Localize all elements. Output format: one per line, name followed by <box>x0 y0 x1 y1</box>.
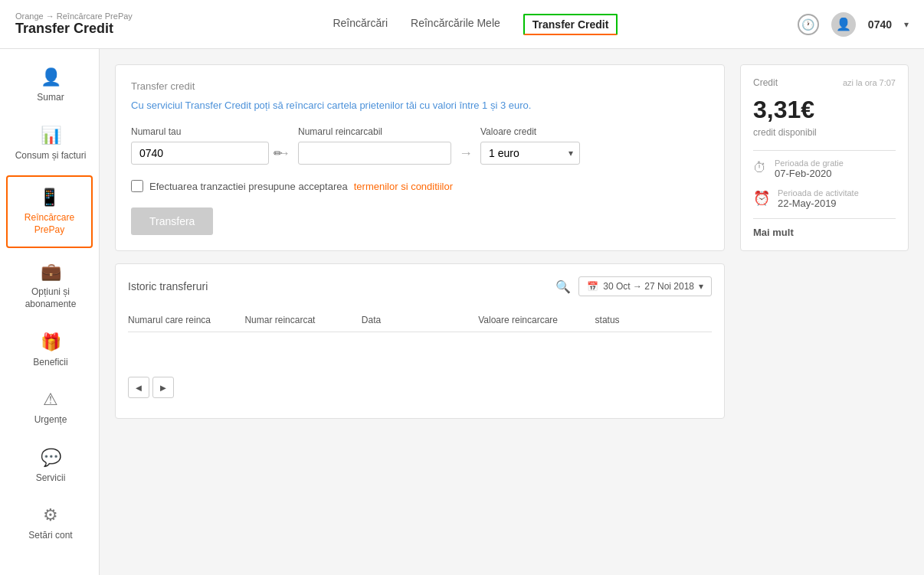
mai-mult-link[interactable]: Mai mult <box>753 227 896 238</box>
date-range-button[interactable]: 📅 30 Oct → 27 Noi 2018 ▾ <box>578 276 712 296</box>
credit-sub: credit disponibil <box>753 127 896 138</box>
arrow-connector-1: → <box>277 145 290 162</box>
col-numarul-reinca: Numarul care reinca <box>128 315 244 325</box>
user-menu-chevron[interactable]: ▾ <box>904 19 909 30</box>
numarul-tau-input-wrapper: ✏ <box>131 142 269 165</box>
numarul-tau-group: Numarul tau ✏ <box>131 126 269 165</box>
historic-card: Istoric transferuri 🔍 📅 30 Oct → 27 Noi … <box>115 263 725 419</box>
credit-time: azi la ora 7:07 <box>843 78 896 87</box>
page-title: Transfer Credit <box>15 21 153 37</box>
sidebar-label-optiuni: Opțiuni și abonamente <box>8 286 93 310</box>
arrow-connector-2: → <box>459 145 473 162</box>
transfer-info-text: Cu serviciul Transfer Credit poți să reî… <box>131 100 709 111</box>
activitate-value: 22-May-2019 <box>778 198 859 209</box>
valoare-credit-label: Valoare credit <box>480 126 580 137</box>
nav-transfer-credit[interactable]: Transfer Credit <box>523 14 618 35</box>
header-left: Orange → Reîncărcare PrePay Transfer Cre… <box>15 11 153 37</box>
numarul-tau-label: Numarul tau <box>131 126 269 137</box>
historic-controls: 🔍 📅 30 Oct → 27 Noi 2018 ▾ <box>555 276 712 296</box>
perioada-gratie-row: ⏱ Perioada de gratie 07-Feb-2020 <box>753 158 896 179</box>
content-area: Transfer credit Cu serviciul Transfer Cr… <box>115 64 725 560</box>
gratie-icon: ⏱ <box>753 160 767 176</box>
sumar-icon: 👤 <box>41 67 61 87</box>
sidebar-item-optiuni[interactable]: 💼 Opțiuni și abonamente <box>0 251 99 321</box>
sidebar-item-reincarcari[interactable]: 📱 Reîncărcare PrePay <box>6 175 93 248</box>
valoare-credit-group: Valoare credit 1 euro 2 euro 3 euro ▾ <box>480 126 580 165</box>
sidebar-item-consum[interactable]: 📊 Consum și facturi <box>0 115 99 173</box>
nav-reincarcari[interactable]: Reîncărcări <box>333 17 388 32</box>
terms-checkbox[interactable] <box>131 180 143 192</box>
transfer-form-card: Transfer credit Cu serviciul Transfer Cr… <box>115 64 725 251</box>
beneficii-icon: 🎁 <box>41 332 61 352</box>
date-range-text: 30 Oct → 27 Noi 2018 <box>603 281 694 292</box>
optiuni-icon: 💼 <box>41 262 61 282</box>
gratie-label: Perioada de gratie <box>775 158 844 168</box>
terms-link[interactable]: termenilor si conditiilor <box>354 181 453 192</box>
servicii-icon: 💬 <box>41 448 61 468</box>
numarul-reincarcabil-label: Numarul reincarcabil <box>298 126 451 137</box>
col-status: status <box>595 315 712 325</box>
date-range-chevron-icon: ▾ <box>699 281 703 292</box>
search-icon[interactable]: 🔍 <box>555 279 571 294</box>
reincarcari-icon: 📱 <box>39 188 60 207</box>
sidebar-item-beneficii[interactable]: 🎁 Beneficii <box>0 322 99 380</box>
col-numar-reincarcat: Numar reincarcat <box>244 315 361 325</box>
sidebar-item-servicii[interactable]: 💬 Servicii <box>0 437 99 495</box>
sidebar-label-servicii: Servicii <box>36 472 66 485</box>
table-header: Numarul care reinca Numar reincarcat Dat… <box>128 309 712 332</box>
setari-icon: ⚙ <box>43 505 58 525</box>
calendar-icon: 📅 <box>587 281 598 292</box>
terms-text: Efectuarea tranzactiei presupune accepta… <box>149 181 348 192</box>
credit-label: Credit <box>753 77 778 88</box>
credit-card: Credit azi la ora 7:07 3,31€ credit disp… <box>740 64 909 251</box>
sidebar-label-beneficii: Beneficii <box>33 357 67 369</box>
breadcrumb: Orange → Reîncărcare PrePay <box>15 11 153 21</box>
transfera-button[interactable]: Transfera <box>131 207 213 235</box>
gratie-value: 07-Feb-2020 <box>775 168 844 179</box>
terms-row: Efectuarea tranzactiei presupune accepta… <box>131 180 709 192</box>
activitate-icon: ⏰ <box>753 190 770 207</box>
right-panel: Credit azi la ora 7:07 3,31€ credit disp… <box>740 64 909 560</box>
urgente-icon: ⚠ <box>43 390 58 410</box>
valoare-select-wrapper: 1 euro 2 euro 3 euro ▾ <box>480 142 580 165</box>
next-page-button[interactable]: ► <box>152 377 174 398</box>
credit-amount: 3,31€ <box>753 96 896 124</box>
activitate-label: Perioada de activitate <box>778 188 859 198</box>
sidebar-item-setari[interactable]: ⚙ Setări cont <box>0 495 99 553</box>
sidebar: 👤 Sumar 📊 Consum și facturi 📱 Reîncărcar… <box>0 49 100 575</box>
historic-title: Istoric transferuri <box>128 280 208 292</box>
valoare-credit-select[interactable]: 1 euro 2 euro 3 euro <box>481 142 568 164</box>
sidebar-label-sumar: Sumar <box>37 92 64 104</box>
app-header: Orange → Reîncărcare PrePay Transfer Cre… <box>0 0 924 49</box>
header-right: 🕐 👤 0740 ▾ <box>798 12 909 37</box>
table-body <box>128 338 712 369</box>
history-icon[interactable]: 🕐 <box>798 14 819 35</box>
numarul-reincarcabil-input[interactable] <box>298 142 451 165</box>
consum-icon: 📊 <box>41 126 61 145</box>
historic-header: Istoric transferuri 🔍 📅 30 Oct → 27 Noi … <box>128 276 712 296</box>
sidebar-label-setari: Setări cont <box>28 530 72 542</box>
prev-page-button[interactable]: ◄ <box>128 377 149 398</box>
credit-header: Credit azi la ora 7:07 <box>753 77 896 88</box>
sidebar-item-urgente[interactable]: ⚠ Urgențe <box>0 379 99 437</box>
transfer-section-title: Transfer credit <box>131 80 709 92</box>
perioada-activitate-row: ⏰ Perioada de activitate 22-May-2019 <box>753 188 896 209</box>
select-chevron-icon: ▾ <box>568 148 579 158</box>
form-row: Numarul tau ✏ → Numarul reincarcabil → <box>131 126 709 165</box>
pagination: ◄ ► <box>128 369 712 406</box>
col-valoare: Valoare reincarcare <box>478 315 595 325</box>
page-layout: 👤 Sumar 📊 Consum și facturi 📱 Reîncărcar… <box>0 49 924 575</box>
col-data: Data <box>362 315 478 325</box>
nav-reincararile-mele[interactable]: Reîncărcările Mele <box>411 17 500 32</box>
user-avatar-icon: 👤 <box>831 12 856 37</box>
numarul-tau-input[interactable] <box>139 147 274 159</box>
numarul-reincarcabil-group: Numarul reincarcabil <box>298 126 451 165</box>
phone-number: 0740 <box>868 18 892 31</box>
sidebar-label-consum: Consum și facturi <box>15 150 87 162</box>
sidebar-label-reincarcari: Reîncărcare PrePay <box>14 212 85 236</box>
sidebar-label-urgente: Urgențe <box>34 414 67 426</box>
main-nav: Reîncărcări Reîncărcările Mele Transfer … <box>153 14 798 35</box>
main-content: Transfer credit Cu serviciul Transfer Cr… <box>100 49 924 575</box>
sidebar-item-sumar[interactable]: 👤 Sumar <box>0 57 99 115</box>
